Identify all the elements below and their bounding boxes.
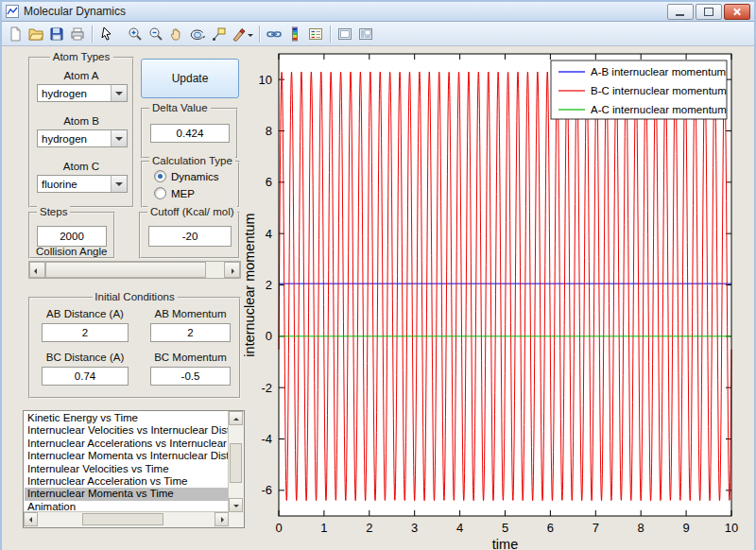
scroll-right-arrow[interactable] <box>215 512 229 526</box>
radio-mep[interactable]: MEP <box>154 187 195 199</box>
brush-data-button[interactable] <box>229 24 249 43</box>
insert-legend-button[interactable] <box>305 24 326 43</box>
horizontal-scrollbar[interactable] <box>24 511 229 527</box>
svg-text:1: 1 <box>320 521 327 535</box>
pan-button[interactable] <box>166 24 187 43</box>
show-plot-tools-icon <box>358 26 373 42</box>
save-figure-button[interactable] <box>46 24 67 43</box>
list-item[interactable]: Internulear Velocities vs Time <box>25 463 229 475</box>
legend-icon <box>308 26 323 42</box>
figure-toolbar <box>2 22 754 46</box>
delta-value-field[interactable]: 0.424 <box>150 124 230 143</box>
new-figure-button[interactable] <box>5 24 26 43</box>
list-item[interactable]: Internuclear Momenta vs Time <box>25 488 229 500</box>
save-floppy-icon <box>49 26 64 42</box>
zoom-out-icon <box>148 26 163 42</box>
svg-text:2: 2 <box>266 278 272 292</box>
scroll-left-arrow[interactable] <box>24 512 38 526</box>
bc-distance-field[interactable]: 0.74 <box>42 367 129 386</box>
show-plot-tools-button[interactable] <box>355 24 376 43</box>
svg-text:8: 8 <box>266 124 272 138</box>
rotate-icon <box>190 26 205 42</box>
ab-distance-label: AB Distance (A) <box>42 308 129 319</box>
maximize-button[interactable] <box>696 4 722 20</box>
new-document-icon <box>8 26 23 42</box>
hscroll-thumb[interactable] <box>82 513 163 525</box>
list-item[interactable]: Internuclear Momenta vs Internuclear Dis… <box>25 450 229 462</box>
panel-title: Initial Conditions <box>92 291 177 302</box>
atom-c-dropdown[interactable]: fluorine <box>37 175 128 193</box>
legend-label: B-C internuclear momentum <box>591 85 727 96</box>
svg-text:4: 4 <box>266 227 272 241</box>
svg-text:4: 4 <box>456 521 463 535</box>
list-item[interactable]: Internuclear Acceleration vs Time <box>25 475 229 488</box>
brush-icon <box>232 26 247 42</box>
rotate-3d-button[interactable] <box>187 24 208 43</box>
atom-a-dropdown[interactable]: hydrogen <box>37 84 128 102</box>
svg-text:10: 10 <box>259 73 272 87</box>
x-axis-label: time <box>492 537 518 549</box>
datatip-icon <box>211 26 226 42</box>
svg-text:6: 6 <box>547 521 554 535</box>
svg-text:10: 10 <box>725 521 738 535</box>
data-cursor-button[interactable] <box>208 24 229 43</box>
link-chain-icon <box>266 26 282 42</box>
chevron-down-icon <box>111 130 127 146</box>
scroll-up-arrow[interactable] <box>229 411 243 425</box>
slider-thumb[interactable] <box>45 262 206 278</box>
radio-label: Dynamics <box>171 171 218 182</box>
cutoff-panel: Cutoff (Kcal/ mol) -20 <box>139 212 240 259</box>
panel-title: Cutoff (Kcal/ mol) <box>147 206 237 217</box>
radio-icon <box>154 187 166 199</box>
vscroll-thumb[interactable] <box>230 443 242 483</box>
printer-icon <box>70 26 85 42</box>
hide-plot-tools-button[interactable] <box>335 24 355 43</box>
ab-momentum-field[interactable]: 2 <box>150 323 231 342</box>
zoom-out-button[interactable] <box>146 24 166 43</box>
vertical-scrollbar[interactable] <box>228 411 244 512</box>
close-button[interactable] <box>724 4 750 20</box>
svg-text:9: 9 <box>682 521 689 535</box>
toolbar-separator <box>259 26 260 43</box>
svg-text:2: 2 <box>366 521 372 535</box>
link-plot-button[interactable] <box>264 24 284 43</box>
list-item[interactable]: Internuclear Accelerations vs Internucle… <box>25 438 229 450</box>
steps-field[interactable]: 2000 <box>37 226 107 247</box>
pointer-arrow-icon <box>99 26 114 42</box>
slider-right-arrow[interactable] <box>224 262 240 278</box>
list-item[interactable]: Kinetic Energy vs Time <box>25 412 229 424</box>
collision-angle-label: Collision Angle <box>36 246 107 257</box>
cutoff-field[interactable]: -20 <box>148 226 232 247</box>
atom-types-panel: Atom Types Atom A hydrogen Atom B hydrog… <box>28 57 134 208</box>
ab-distance-field[interactable]: 2 <box>42 323 129 342</box>
svg-text:-6: -6 <box>261 483 272 497</box>
panel-title: Delta Value <box>149 102 211 113</box>
collision-angle-slider[interactable] <box>28 261 241 279</box>
scroll-down-arrow[interactable] <box>229 498 243 512</box>
delta-value-panel: Delta Value 0.424 <box>141 108 238 159</box>
minimize-button[interactable] <box>667 4 694 20</box>
titlebar[interactable]: Molecular Dynamics <box>2 2 754 22</box>
svg-text:0: 0 <box>275 521 282 535</box>
panel-title: Steps <box>37 206 70 217</box>
bc-momentum-field[interactable]: -0.5 <box>150 367 231 386</box>
app-window: Molecular Dynamics Atom Typ <box>0 0 756 550</box>
plot-type-listbox: Kinetic Energy vs Time Internuclear Velo… <box>23 410 245 528</box>
colorbar-icon <box>287 26 302 42</box>
open-file-button[interactable] <box>26 24 46 43</box>
slider-left-arrow[interactable] <box>29 262 45 278</box>
chevron-down-icon <box>111 176 127 192</box>
list-item[interactable]: Internuclear Velocities vs Internuclear … <box>25 424 229 437</box>
brush-dropdown-caret[interactable] <box>248 34 253 40</box>
insert-colorbar-button[interactable] <box>284 24 305 43</box>
radio-dynamics[interactable]: Dynamics <box>154 170 218 182</box>
atom-b-dropdown[interactable]: hydrogen <box>37 129 128 147</box>
update-button[interactable]: Update <box>141 59 239 98</box>
zoom-in-button[interactable] <box>125 24 146 43</box>
hand-icon <box>169 26 184 42</box>
print-figure-button[interactable] <box>67 24 88 43</box>
legend-label: A-C internuclear momentum <box>591 104 727 115</box>
svg-text:0: 0 <box>266 329 272 343</box>
momentum-chart: 012345678910-6-4-20246810timeinternuclea… <box>244 46 754 549</box>
edit-plot-button[interactable] <box>96 24 117 43</box>
